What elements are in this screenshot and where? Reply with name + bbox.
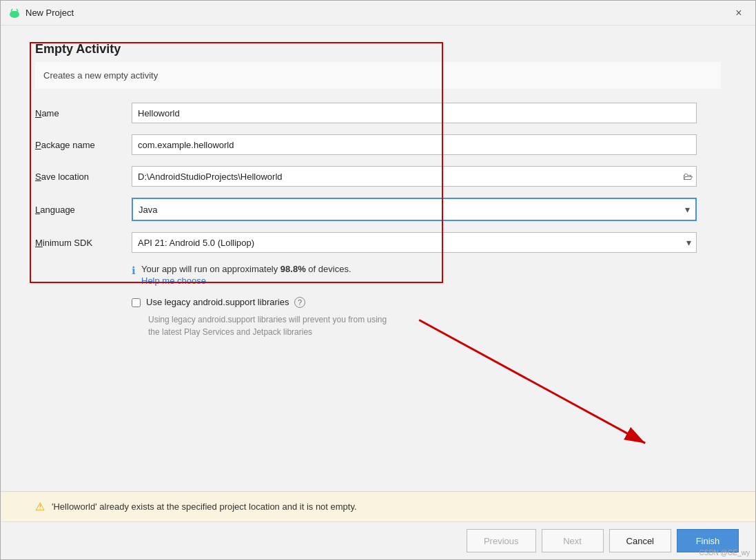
language-label: Language: [35, 205, 132, 215]
save-location-input[interactable]: [132, 166, 697, 187]
package-name-label-text: Package name: [35, 140, 95, 150]
warning-text: 'Helloworld' already exists at the speci…: [52, 501, 357, 512]
svg-line-7: [419, 320, 645, 443]
content-area: Empty Activity Creates a new empty activ…: [1, 25, 755, 491]
warning-bar: ⚠ 'Helloworld' already exists at the spe…: [1, 491, 755, 521]
legacy-checkbox[interactable]: [132, 298, 141, 307]
save-location-label: Save location: [35, 172, 132, 182]
legacy-checkbox-row: Use legacy android.support libraries ?: [132, 297, 721, 308]
warning-icon: ⚠: [35, 500, 45, 513]
info-text-prefix: Your app will run on approximately: [141, 264, 280, 274]
minimum-sdk-label-text: Minimum SDK: [35, 238, 92, 248]
legacy-checkbox-description: Using legacy android.support libraries w…: [132, 313, 721, 338]
package-name-label: Package name: [35, 140, 132, 150]
info-text-suffix: of devices.: [306, 264, 351, 274]
info-icon: ℹ: [132, 265, 136, 277]
svg-line-4: [11, 9, 12, 11]
info-text: Your app will run on approximately 98.8%…: [141, 264, 351, 274]
section-heading: Empty Activity: [35, 42, 721, 56]
language-select-wrapper: Java Kotlin: [132, 198, 697, 221]
device-info-block: ℹ Your app will run on approximately 98.…: [132, 264, 721, 286]
save-location-input-wrapper: 🗁: [132, 166, 697, 187]
svg-line-5: [17, 9, 18, 11]
previous-button[interactable]: Previous: [467, 529, 536, 552]
legacy-checkbox-label[interactable]: Use legacy android.support libraries ?: [146, 297, 305, 308]
language-label-text: Language: [35, 205, 75, 215]
watermark: CSDN @GE_wy: [699, 549, 750, 557]
language-row: Language Java Kotlin: [35, 198, 721, 221]
title-bar: New Project ×: [1, 1, 755, 25]
footer: Previous Next Cancel Finish CSDN @GE_wy: [1, 521, 755, 559]
minimum-sdk-row: Minimum SDK API 21: Android 5.0 (Lollipo…: [35, 232, 721, 253]
minimum-sdk-select-wrapper: API 21: Android 5.0 (Lollipop) API 22: A…: [132, 232, 697, 253]
name-label: Name: [35, 108, 132, 118]
title-bar-left: New Project: [9, 8, 74, 19]
close-button[interactable]: ×: [731, 5, 747, 21]
info-content: Your app will run on approximately 98.8%…: [141, 264, 351, 286]
package-name-row: Package name: [35, 134, 721, 155]
form-subtitle: Creates a new empty activity: [35, 62, 721, 89]
next-button[interactable]: Next: [542, 529, 604, 552]
help-link[interactable]: Help me choose: [141, 276, 351, 286]
package-name-input[interactable]: [132, 134, 697, 155]
new-project-dialog: New Project × Empty Activity Creates a n…: [0, 0, 756, 560]
dialog-title: New Project: [25, 8, 74, 18]
folder-icon[interactable]: 🗁: [683, 171, 693, 182]
app-icon: [9, 8, 20, 19]
help-question-mark[interactable]: ?: [294, 297, 305, 308]
minimum-sdk-select[interactable]: API 21: Android 5.0 (Lollipop) API 22: A…: [132, 232, 697, 253]
save-location-label-text: Save location: [35, 172, 89, 182]
name-row: Name: [35, 103, 721, 123]
save-location-row: Save location 🗁: [35, 166, 721, 187]
legacy-label-text: Use legacy android.support libraries: [146, 297, 289, 307]
minimum-sdk-label: Minimum SDK: [35, 238, 132, 248]
name-label-text: Name: [35, 108, 59, 118]
form-area: Empty Activity Creates a new empty activ…: [35, 42, 721, 253]
language-select[interactable]: Java Kotlin: [133, 199, 695, 220]
cancel-button[interactable]: Cancel: [609, 529, 671, 552]
name-input[interactable]: [132, 103, 697, 123]
info-percent: 98.8%: [280, 264, 306, 274]
svg-rect-3: [10, 11, 19, 15]
